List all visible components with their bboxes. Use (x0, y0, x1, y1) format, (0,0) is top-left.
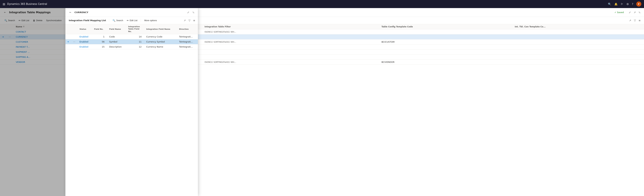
row-arrow-cell (66, 44, 70, 49)
table-row-filter (202, 45, 380, 50)
panel-share-icon[interactable]: ↗ (183, 18, 186, 23)
help-icon[interactable]: ? (632, 3, 634, 6)
panel-columns-icon[interactable]: ≡ (192, 18, 196, 23)
table-row-filter (202, 50, 380, 55)
table-row[interactable]: Enabled 15 Description 12 Currency Name … (66, 44, 198, 49)
panel-row-int-field-name: Currency Code (144, 34, 178, 39)
panel-row-field-name: Code (108, 34, 126, 39)
panel-title: CURRENCY (74, 11, 88, 14)
panel-row-field-no: 1 (92, 34, 108, 39)
panel-row-field-name: Description (108, 44, 126, 49)
col-field-no: Field No. (92, 24, 108, 34)
table-row-filter: ISION(1) SORTING(Field1) WH... (202, 29, 380, 35)
table-row-int-code (513, 60, 644, 65)
toolbar-separator (109, 19, 109, 22)
row-ellipsis-cell[interactable] (70, 44, 78, 49)
panel-row-direction: ToIntegrati... (178, 44, 198, 49)
col-int-field-name: Integration Field Name (144, 24, 178, 34)
panel-row-direction: ToIntegrati... (178, 39, 198, 44)
panel-edit-list-label: Edit List (130, 19, 137, 22)
col-field-name: Field Name (108, 24, 126, 34)
panel-back-button[interactable]: ← (68, 10, 73, 15)
row-ellipsis-cell[interactable] (70, 34, 78, 39)
table-row-int-code (513, 40, 644, 45)
panel-row-int-field-name: Currency Name (144, 44, 178, 49)
saved-indicator: ✓ Saved (614, 11, 624, 14)
dim-overlay (0, 8, 66, 196)
table-row-filter (202, 35, 380, 40)
row-arrow-cell (66, 34, 70, 39)
panel-edit-icon: ✏ (127, 19, 129, 22)
fullscreen-icon[interactable]: ⤡ (638, 10, 641, 15)
saved-label: Saved (617, 11, 624, 14)
panel-row-field-no: 15 (92, 44, 108, 49)
table-row[interactable]: Enabled 1 Code 14 Currency Code ToIntegr… (66, 34, 198, 39)
panel-row-int-table-field-no: 14 (126, 34, 144, 39)
panel-edit-list-button[interactable]: ✏ Edit List (125, 18, 139, 23)
col-status: Status (78, 24, 92, 34)
settings-icon[interactable]: ⚙ (626, 3, 629, 6)
panel-header-icons: ⤢ ⤡ (186, 10, 195, 15)
nav-icons: 🔍 🔔 🏳 ⚙ ? F (608, 2, 641, 7)
filter-icon[interactable]: ▽ (633, 18, 636, 23)
expand-icon[interactable]: ⤢ (628, 10, 632, 15)
more-options-button[interactable]: More options (142, 18, 158, 23)
table-row-table-code: BCIVENDOR (380, 60, 513, 65)
row-ellipsis-cell[interactable]: ⋯ (70, 39, 78, 44)
panel-row-int-table-field-no: 11 (126, 39, 144, 44)
panel-expand-icon[interactable]: ⤢ (186, 10, 190, 15)
col-direction: Direction (178, 24, 198, 34)
table-row-filter (202, 55, 380, 60)
panel-search-icon: 🔍 (112, 19, 116, 22)
app-title: Dynamics 365 Business Central (7, 3, 606, 6)
panel-table-container: Status Field No. Field Name IntegrationT… (66, 24, 198, 196)
panel-header: ← CURRENCY ⤢ ⤡ (66, 8, 198, 17)
col-int-code: Int. Tbl. Con Template Co... (513, 24, 644, 29)
panel-row-int-field-name: Currency Symbol (144, 39, 178, 44)
col-int-table-field-no: IntegrationTable FieldNo. (126, 24, 144, 34)
table-row-int-code (513, 35, 644, 40)
panel-search-button[interactable]: 🔍 Search (111, 18, 125, 23)
flag-icon[interactable]: 🏳 (621, 3, 623, 6)
col-filter: Integration Table Filter (202, 24, 380, 29)
overlay-panel: ← CURRENCY ⤢ ⤡ Integration Field Mapping… (66, 8, 198, 196)
panel-row-direction: ToIntegrati... (178, 34, 198, 39)
panel-toolbar-icons: ↗ ▽ ≡ (183, 18, 196, 23)
panel-back-icon: ← (70, 11, 72, 14)
share-icon[interactable]: ↗ (628, 18, 632, 23)
panel-filter-icon[interactable]: ▽ (188, 18, 191, 23)
table-row-int-code (513, 50, 644, 55)
external-icon[interactable]: ↗ (633, 10, 636, 15)
panel-row-status[interactable]: Enabled (78, 39, 92, 44)
panel-row-int-table-field-no: 12 (126, 44, 144, 49)
top-nav: ⊞ Dynamics 365 Business Central 🔍 🔔 🏳 ⚙ … (0, 0, 644, 8)
table-row-int-code (513, 29, 644, 35)
table-row-table-code: BCICUSTOM (380, 40, 513, 45)
row-arrow-cell: → (66, 39, 70, 44)
table-row[interactable]: → ⋯ Enabled 56 Symbol 11 Currency Symbol… (66, 39, 198, 44)
panel-row-status[interactable]: Enabled (78, 34, 92, 39)
check-icon: ✓ (614, 11, 616, 14)
table-row-int-code (513, 45, 644, 50)
table-row-table-code (380, 35, 513, 40)
user-avatar[interactable]: F (636, 2, 641, 7)
panel-row-field-no: 56 (92, 39, 108, 44)
table-row-int-code (513, 55, 644, 60)
panel-table: Status Field No. Field Name IntegrationT… (66, 24, 198, 49)
notification-icon[interactable]: 🔔 (614, 3, 618, 6)
main-area: ← Integration Table Mappings ✓ Saved ⤢ ↗… (0, 8, 644, 196)
panel-row-field-name: Symbol (108, 39, 126, 44)
panel-toolbar: Integration Field Mapping List 🔍 Search … (66, 17, 198, 24)
grid-icon[interactable]: ⊞ (3, 2, 5, 6)
panel-row-status[interactable]: Enabled (78, 44, 92, 49)
search-nav-icon[interactable]: 🔍 (608, 3, 611, 6)
col-table-code: Table Config Template Code (380, 24, 513, 29)
table-row-table-code (380, 55, 513, 60)
panel-subtab[interactable]: Integration Field Mapping List (68, 19, 107, 22)
more-options-label: More options (144, 19, 157, 22)
table-row-filter: ISION(1) SORTING(Field1) WH... (202, 60, 380, 65)
table-row-filter: ISION(1) SORTING(Field1) WH... (202, 40, 380, 45)
toolbar-separator-2 (141, 19, 141, 22)
columns-icon[interactable]: ≡ (638, 18, 641, 23)
panel-fullscreen-icon[interactable]: ⤡ (192, 10, 195, 15)
